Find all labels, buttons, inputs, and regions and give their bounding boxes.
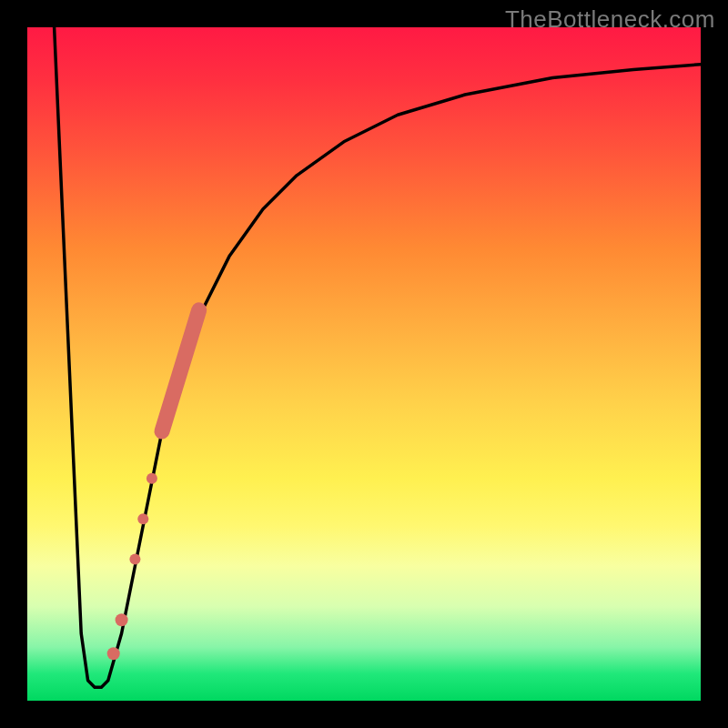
data-markers xyxy=(107,310,199,660)
marker-dot xyxy=(147,473,157,484)
marker-dot xyxy=(137,513,148,524)
marker-segment xyxy=(162,310,199,431)
marker-dot xyxy=(116,613,128,626)
plot-area xyxy=(27,27,701,701)
bottleneck-curve xyxy=(55,27,701,687)
chart-svg xyxy=(27,27,701,701)
marker-dot xyxy=(107,647,120,660)
chart-container: TheBottleneck.com xyxy=(0,0,728,728)
marker-dot xyxy=(129,554,140,565)
